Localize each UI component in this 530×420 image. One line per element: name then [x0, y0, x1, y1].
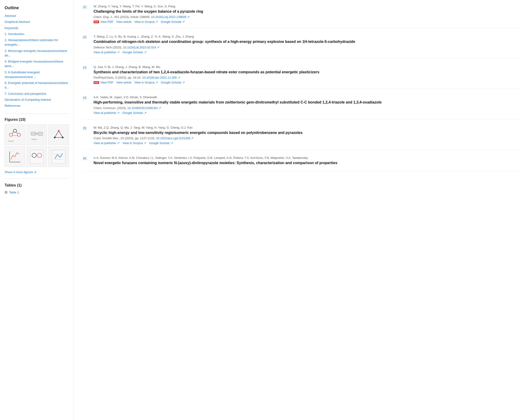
- view-article-link[interactable]: View article: [116, 81, 132, 84]
- table-icon: ⊞: [5, 190, 8, 194]
- ref-authors: Q. Xue, F. Bi, J. Zhang, J. Zhang, B. Wa…: [94, 65, 521, 69]
- nav-link[interactable]: 7. Conclusion and perspective: [5, 92, 46, 95]
- doi-link[interactable]: 10.1016/j.cej.2022.138609 ↗: [151, 15, 190, 19]
- nav-link[interactable]: 5. 6-Substituted energetic hexaazaisowur…: [5, 71, 40, 79]
- doi-link[interactable]: 10.1039/D3CC00615H ↗: [127, 106, 161, 110]
- pdf-icon: PDF: [94, 20, 99, 23]
- divider-figures: [5, 114, 69, 114]
- svg-line-4: [16, 132, 17, 134]
- nav-link[interactable]: 2. Hexaazaisowurtzitane substrates for e…: [5, 38, 58, 46]
- svg-line-3: [13, 132, 13, 134]
- ref-authors: W. Ma, Z.Q. Zhang, Q. Ma, J. Tang, W. Ya…: [94, 126, 521, 129]
- table-1-label[interactable]: Table 1: [9, 191, 19, 194]
- figure-thumb-1[interactable]: Structure: [5, 124, 25, 145]
- figure-thumb-3[interactable]: [48, 124, 69, 145]
- figures-section: Figures (10) Structure: [5, 118, 69, 175]
- nav-item: 1. Introduction: [5, 32, 69, 36]
- divider-tables: [5, 179, 69, 179]
- nav-item: 7. Conclusion and perspective: [5, 91, 69, 96]
- tables-section: Tables (1) ⊞ Table 1: [5, 183, 69, 194]
- figure-thumb-2[interactable]: Reaction: [27, 124, 47, 145]
- ref-title: Synthesis and characterization of two 1,…: [94, 70, 521, 75]
- google-scholar-link[interactable]: Google Scholar ↗: [122, 111, 146, 115]
- view-article-link[interactable]: View article: [116, 20, 132, 24]
- nav-item: Declaration of Competing Interest: [5, 98, 69, 102]
- figure-thumb-6[interactable]: [48, 146, 69, 167]
- ref-authors: T. Wang, Z. Lu, S. Bu, B. Kuang, L. Zhan…: [94, 35, 521, 38]
- ref-links: PDFView PDFView articleView in Scopus ↗G…: [94, 81, 521, 84]
- reference-item: [2]T. Wang, Z. Lu, S. Bu, B. Kuang, L. Z…: [83, 35, 521, 59]
- nav-item: Keywords: [5, 26, 69, 30]
- svg-rect-18: [30, 150, 44, 164]
- svg-marker-11: [55, 131, 63, 137]
- ref-journal: Defence Tech (2023), 10.1016/j.dt.2023.0…: [94, 46, 521, 49]
- svg-text:Structure: Structure: [8, 140, 14, 142]
- google-scholar-link[interactable]: Google Scholar ↗: [161, 81, 185, 84]
- nav-link[interactable]: Abstract: [5, 14, 16, 17]
- ref-number: [5]: [83, 126, 90, 145]
- sidebar: Outline AbstractGraphical AbstractKeywor…: [0, 0, 74, 420]
- reference-item: [6]A.A. Konnov, M.S. Klenov, A.M. Churak…: [83, 156, 521, 171]
- nav-link[interactable]: Graphical Abstract: [5, 20, 30, 24]
- doi-link[interactable]: 10.1021/acs.cgd.2c01268 ↗: [156, 136, 194, 140]
- main-content: [1]W. Zhang, Y. Yang, Y. Wang, T. Fei, Y…: [74, 0, 530, 420]
- view-publisher-link[interactable]: View at publisher ↗: [94, 111, 120, 115]
- nav-link[interactable]: 1. Introduction: [5, 32, 24, 36]
- nav-link[interactable]: Keywords: [5, 26, 18, 30]
- doi-link[interactable]: 10.1016/j.fpc.2021.11.005 ↗: [142, 76, 180, 79]
- ref-journal: Cryst. Growth Des., 23 (2023), pp. 1127-…: [94, 136, 521, 140]
- ref-links: View at publisher ↗View in Scopus ↗Googl…: [94, 141, 521, 145]
- view-pdf-link[interactable]: PDFView PDF: [94, 20, 114, 24]
- nav-link[interactable]: References: [5, 104, 20, 107]
- svg-point-0: [9, 133, 13, 136]
- view-scopus-link[interactable]: View in Scopus ↗: [122, 141, 146, 145]
- ref-title: Novel energetic furazans containing isom…: [94, 160, 521, 165]
- figure-thumb-4[interactable]: [5, 146, 25, 167]
- reference-item: [1]W. Zhang, Y. Yang, Y. Wang, T. Fei, Y…: [83, 5, 521, 28]
- nav-item: 3. Monocage energetic hexaazaisowurtzita…: [5, 49, 69, 58]
- reference-item: [4]A.K. Yadav, M. Jujam, V.D. Ghule, S. …: [83, 95, 521, 119]
- svg-rect-22: [52, 150, 65, 164]
- ref-authors: A.A. Konnov, M.S. Klenov, A.M. Churakov,…: [94, 156, 521, 160]
- show-more-figures-button[interactable]: Show 4 more figures ∨: [5, 169, 36, 175]
- table-1-link[interactable]: ⊞ Table 1: [5, 190, 69, 194]
- nav-link[interactable]: 6. Energetic potential of hexaazaisowurt…: [5, 81, 68, 89]
- view-publisher-link[interactable]: View at publisher ↗: [94, 141, 120, 145]
- references-list: [1]W. Zhang, Y. Yang, Y. Wang, T. Fei, Y…: [83, 5, 521, 171]
- svg-text:Reaction: Reaction: [31, 138, 37, 140]
- ref-number: [2]: [83, 35, 90, 54]
- outline-title: Outline: [5, 5, 69, 10]
- nav-item: Abstract: [5, 14, 69, 18]
- nav-item: 4. Bridged energetic hexaazaisowurtzitan…: [5, 59, 69, 69]
- figure-thumb-5[interactable]: [27, 146, 47, 167]
- svg-point-13: [54, 137, 56, 138]
- google-scholar-link[interactable]: Google Scholar ↗: [161, 20, 185, 24]
- view-pdf-link[interactable]: PDFView PDF: [94, 81, 114, 84]
- ref-content: A.A. Konnov, M.S. Klenov, A.M. Churakov,…: [94, 156, 521, 167]
- outline-nav: AbstractGraphical AbstractKeywords1. Int…: [5, 14, 69, 108]
- svg-rect-7: [31, 132, 36, 135]
- view-publisher-link[interactable]: View at publisher ↗: [94, 50, 120, 54]
- svg-rect-9: [38, 132, 43, 135]
- google-scholar-link[interactable]: Google Scholar ↗: [149, 141, 173, 145]
- view-scopus-link[interactable]: View in Scopus ↗: [134, 20, 158, 24]
- ref-content: T. Wang, Z. Lu, S. Bu, B. Kuang, L. Zhan…: [94, 35, 521, 54]
- nav-link[interactable]: Declaration of Competing Interest: [5, 98, 51, 101]
- view-scopus-link[interactable]: View in Scopus ↗: [134, 81, 158, 84]
- google-scholar-link[interactable]: Google Scholar ↗: [122, 50, 146, 54]
- ref-content: A.K. Yadav, M. Jujam, V.D. Ghule, S. Dha…: [94, 95, 521, 114]
- svg-point-2: [17, 133, 20, 136]
- nav-link[interactable]: 3. Monocage energetic hexaazaisowurtzita…: [5, 49, 67, 57]
- show-more-label: Show 4 more figures: [5, 170, 33, 174]
- nav-list: AbstractGraphical AbstractKeywords1. Int…: [5, 14, 69, 108]
- nav-item: 5. 6-Substituted energetic hexaazaisowur…: [5, 70, 69, 79]
- ref-number: [4]: [83, 95, 90, 114]
- doi-link[interactable]: 10.1016/j.dt.2023.02.014 ↗: [123, 46, 160, 49]
- nav-link[interactable]: 4. Bridged energetic hexaazaisowurtzitan…: [5, 60, 63, 68]
- ref-title: Challenging the limits of the oxygen bal…: [94, 9, 521, 14]
- svg-point-12: [58, 130, 59, 132]
- svg-point-14: [62, 137, 63, 138]
- figures-grid: Structure Reaction: [5, 124, 69, 167]
- nav-item: 2. Hexaazaisowurtzitane substrates for e…: [5, 38, 69, 47]
- ref-content: W. Zhang, Y. Yang, Y. Wang, T. Fei, Y. W…: [94, 5, 521, 24]
